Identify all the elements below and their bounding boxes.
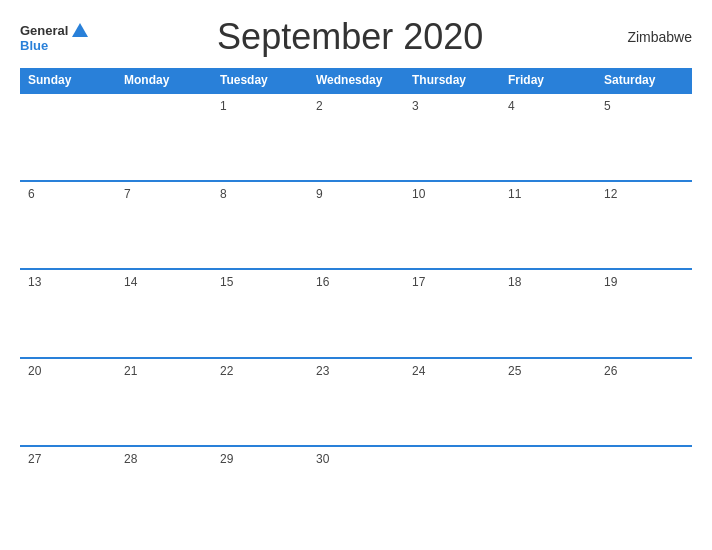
calendar-day-cell: 5 <box>596 93 692 181</box>
calendar-day-cell: 3 <box>404 93 500 181</box>
calendar-week-row: 20212223242526 <box>20 358 692 446</box>
day-number: 22 <box>220 364 233 378</box>
day-number: 15 <box>220 275 233 289</box>
day-number: 2 <box>316 99 323 113</box>
calendar-day-cell: 25 <box>500 358 596 446</box>
day-of-week-header: Sunday <box>20 68 116 93</box>
calendar-day-cell: 18 <box>500 269 596 357</box>
day-of-week-header: Friday <box>500 68 596 93</box>
country-label: Zimbabwe <box>612 29 692 45</box>
calendar-week-row: 13141516171819 <box>20 269 692 357</box>
day-number: 26 <box>604 364 617 378</box>
calendar-day-cell <box>20 93 116 181</box>
calendar-week-row: 27282930 <box>20 446 692 534</box>
calendar-day-cell: 4 <box>500 93 596 181</box>
day-number: 25 <box>508 364 521 378</box>
calendar-day-cell: 21 <box>116 358 212 446</box>
day-number: 9 <box>316 187 323 201</box>
calendar-day-cell: 22 <box>212 358 308 446</box>
day-number: 23 <box>316 364 329 378</box>
calendar-day-cell: 26 <box>596 358 692 446</box>
calendar-day-cell: 7 <box>116 181 212 269</box>
day-number: 3 <box>412 99 419 113</box>
day-number: 18 <box>508 275 521 289</box>
day-number: 8 <box>220 187 227 201</box>
logo-triangle-icon <box>72 23 88 37</box>
day-number: 27 <box>28 452 41 466</box>
day-number: 10 <box>412 187 425 201</box>
day-of-week-header: Tuesday <box>212 68 308 93</box>
calendar-day-cell <box>116 93 212 181</box>
calendar-day-cell: 27 <box>20 446 116 534</box>
calendar-day-cell: 16 <box>308 269 404 357</box>
calendar-day-cell: 11 <box>500 181 596 269</box>
calendar-header-row: SundayMondayTuesdayWednesdayThursdayFrid… <box>20 68 692 93</box>
day-number: 11 <box>508 187 521 201</box>
day-number: 17 <box>412 275 425 289</box>
day-of-week-header: Thursday <box>404 68 500 93</box>
day-number: 28 <box>124 452 137 466</box>
day-number: 30 <box>316 452 329 466</box>
calendar-day-cell: 1 <box>212 93 308 181</box>
calendar-day-cell: 15 <box>212 269 308 357</box>
calendar-day-cell: 20 <box>20 358 116 446</box>
calendar-day-cell: 17 <box>404 269 500 357</box>
calendar-day-cell: 29 <box>212 446 308 534</box>
calendar-week-row: 6789101112 <box>20 181 692 269</box>
calendar-day-cell: 6 <box>20 181 116 269</box>
calendar-day-cell: 10 <box>404 181 500 269</box>
day-number: 24 <box>412 364 425 378</box>
calendar-day-cell: 2 <box>308 93 404 181</box>
day-of-week-header: Monday <box>116 68 212 93</box>
calendar-table: SundayMondayTuesdayWednesdayThursdayFrid… <box>20 68 692 534</box>
calendar-title: September 2020 <box>88 16 612 58</box>
calendar-day-cell: 12 <box>596 181 692 269</box>
day-number: 12 <box>604 187 617 201</box>
day-of-week-header: Saturday <box>596 68 692 93</box>
calendar-day-cell <box>500 446 596 534</box>
calendar-day-cell: 24 <box>404 358 500 446</box>
day-number: 14 <box>124 275 137 289</box>
calendar-day-cell: 28 <box>116 446 212 534</box>
day-number: 16 <box>316 275 329 289</box>
calendar-day-cell <box>596 446 692 534</box>
day-number: 13 <box>28 275 41 289</box>
day-number: 19 <box>604 275 617 289</box>
calendar-header: General Blue September 2020 Zimbabwe <box>20 16 692 58</box>
calendar-day-cell: 8 <box>212 181 308 269</box>
calendar-day-cell: 14 <box>116 269 212 357</box>
day-number: 21 <box>124 364 137 378</box>
day-number: 20 <box>28 364 41 378</box>
calendar-day-cell: 23 <box>308 358 404 446</box>
calendar-day-cell: 19 <box>596 269 692 357</box>
day-number: 29 <box>220 452 233 466</box>
calendar-body: 1234567891011121314151617181920212223242… <box>20 93 692 534</box>
logo-blue-text: Blue <box>20 39 48 52</box>
calendar-day-cell: 13 <box>20 269 116 357</box>
calendar-day-cell: 30 <box>308 446 404 534</box>
day-number: 1 <box>220 99 227 113</box>
day-number: 4 <box>508 99 515 113</box>
logo: General Blue <box>20 23 88 52</box>
day-of-week-header: Wednesday <box>308 68 404 93</box>
calendar-day-cell: 9 <box>308 181 404 269</box>
day-number: 7 <box>124 187 131 201</box>
day-number: 6 <box>28 187 35 201</box>
calendar-week-row: 12345 <box>20 93 692 181</box>
day-number: 5 <box>604 99 611 113</box>
calendar-day-cell <box>404 446 500 534</box>
logo-general-text: General <box>20 24 68 37</box>
